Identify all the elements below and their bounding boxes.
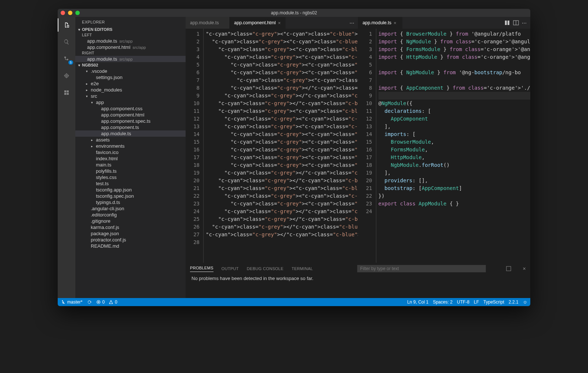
- panel-tab-problems[interactable]: PROBLEMS: [190, 266, 214, 272]
- status-version[interactable]: 2.2.1: [509, 300, 519, 305]
- project-header[interactable]: ▾NGBS02: [75, 62, 186, 68]
- problems-body: No problems have been detected in the wo…: [186, 274, 530, 298]
- open-editor-item[interactable]: app.module.tssrc/app: [75, 56, 186, 62]
- status-ln-col[interactable]: Ln 9, Col 1: [407, 300, 429, 305]
- tree-file[interactable]: .editorconfig: [75, 212, 186, 218]
- editor-pane-right: app.module.ts× ⋯ 12345678910111213141516…: [358, 17, 531, 263]
- tree-file[interactable]: typings.d.ts: [75, 199, 186, 205]
- svg-rect-4: [506, 266, 511, 271]
- tree-file[interactable]: karma.conf.js: [75, 224, 186, 230]
- tree-file[interactable]: favicon.ico: [75, 149, 186, 155]
- status-language[interactable]: TypeScript: [483, 300, 504, 305]
- editor-right[interactable]: 123456789101112131415161718192021222324 …: [358, 29, 531, 263]
- tree-folder[interactable]: ▸node_modules: [75, 87, 186, 93]
- debug-icon[interactable]: [61, 71, 72, 81]
- tree-folder[interactable]: ▾src: [75, 93, 186, 99]
- tree-folder[interactable]: ▸e2e: [75, 80, 186, 87]
- editor-pane-left: app.module.tsapp.component.html× ⋯ 12345…: [186, 17, 358, 263]
- tree-file[interactable]: app.component.spec.ts: [75, 118, 186, 124]
- panel-tab-debug-console[interactable]: DEBUG CONSOLE: [247, 266, 284, 271]
- tree-file[interactable]: app.module.ts: [75, 130, 186, 137]
- tree-file[interactable]: tsconfig.app.json: [75, 187, 186, 193]
- more-actions-icon[interactable]: ⋯: [349, 20, 354, 26]
- editor-tab[interactable]: app.module.ts×: [358, 17, 402, 29]
- search-icon[interactable]: [61, 37, 72, 47]
- tree-file[interactable]: styles.css: [75, 174, 186, 180]
- tree-file[interactable]: polyfills.ts: [75, 168, 186, 174]
- tree-folder[interactable]: ▾.vscode: [75, 68, 186, 74]
- panel-maximize-icon[interactable]: [506, 266, 512, 272]
- tree-file[interactable]: settings.json: [75, 74, 186, 80]
- tree-folder[interactable]: ▸environments: [75, 143, 186, 149]
- tab-close-icon[interactable]: ×: [278, 20, 281, 26]
- source-control-icon[interactable]: 5: [61, 54, 72, 64]
- editor-left[interactable]: 1234567891011121314151617181920212223242…: [186, 29, 358, 263]
- editor-area: app.module.tsapp.component.html× ⋯ 12345…: [186, 17, 530, 298]
- open-editor-item[interactable]: app.module.tssrc/app: [75, 38, 186, 44]
- panel-filter-input[interactable]: [357, 265, 486, 272]
- split-editor-icon[interactable]: [513, 20, 519, 26]
- scm-badge: 5: [68, 60, 73, 65]
- more-actions-icon[interactable]: ⋯: [522, 20, 527, 26]
- status-spaces[interactable]: Spaces: 2: [433, 300, 452, 305]
- status-encoding[interactable]: UTF-8: [457, 300, 469, 305]
- panel-close-icon[interactable]: ✕: [523, 266, 526, 271]
- tree-folder[interactable]: ▾app: [75, 99, 186, 105]
- explorer-sidebar: EXPLORER ▾OPEN EDITORS LEFT app.module.t…: [75, 17, 186, 298]
- status-eol[interactable]: LF: [474, 300, 479, 305]
- tree-file[interactable]: tsconfig.spec.json: [75, 193, 186, 199]
- status-errors[interactable]: 0 0: [96, 300, 117, 305]
- panel-tab-output[interactable]: OUTPUT: [222, 266, 239, 271]
- tree-file[interactable]: test.ts: [75, 180, 186, 187]
- status-branch[interactable]: master*: [61, 300, 82, 305]
- tree-file[interactable]: app.component.ts: [75, 124, 186, 130]
- bottom-panel: PROBLEMS OUTPUT DEBUG CONSOLE TERMINAL ✕…: [186, 263, 530, 298]
- tree-file[interactable]: .angular-cli.json: [75, 205, 186, 212]
- window-title: app.module.ts - ngbs02: [58, 10, 530, 15]
- explorer-icon[interactable]: [61, 20, 72, 30]
- tree-file[interactable]: index.html: [75, 155, 186, 162]
- activitybar: 5: [58, 17, 75, 298]
- statusbar: master* 0 0 Ln 9, Col 1 Spaces: 2 UTF-8 …: [58, 298, 530, 306]
- sidebar-title: EXPLORER: [75, 17, 186, 26]
- editor-tab[interactable]: app.component.html×: [230, 17, 286, 29]
- tree-file[interactable]: protractor.conf.js: [75, 237, 186, 243]
- titlebar: app.module.ts - ngbs02: [58, 9, 530, 17]
- svg-point-1: [66, 75, 67, 76]
- status-feedback-icon[interactable]: ☺: [523, 300, 527, 305]
- open-editors-header[interactable]: ▾OPEN EDITORS: [75, 26, 186, 32]
- tree-file[interactable]: package.json: [75, 230, 186, 237]
- tree-file[interactable]: README.md: [75, 243, 186, 249]
- panel-tab-terminal[interactable]: TERMINAL: [291, 266, 313, 271]
- tree-file[interactable]: .gitignore: [75, 218, 186, 224]
- open-editors-group-right: RIGHT: [75, 50, 186, 56]
- status-sync[interactable]: [87, 300, 92, 305]
- tree-folder[interactable]: ▸assets: [75, 137, 186, 143]
- extensions-icon[interactable]: [61, 87, 72, 98]
- open-editor-item[interactable]: app.component.htmlsrc/app: [75, 44, 186, 50]
- tab-close-icon[interactable]: ×: [394, 20, 397, 26]
- svg-point-0: [65, 74, 68, 77]
- editor-tab[interactable]: app.module.ts: [186, 17, 230, 29]
- open-editors-group-left: LEFT: [75, 32, 186, 38]
- tree-file[interactable]: main.ts: [75, 162, 186, 168]
- tree-file[interactable]: app.component.html: [75, 112, 186, 118]
- compare-icon[interactable]: [504, 20, 510, 26]
- tree-file[interactable]: app.component.css: [75, 105, 186, 112]
